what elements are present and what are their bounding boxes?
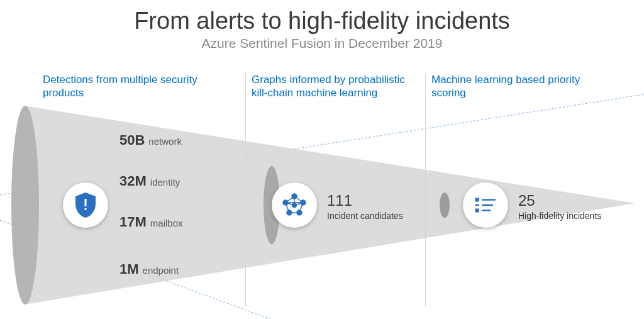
page-subtitle: Azure Sentinel Fusion in December 2019 [0, 36, 644, 51]
metric-row: 1M endpoint [119, 261, 179, 277]
column-separator [245, 73, 246, 307]
svg-rect-25 [475, 209, 479, 212]
metric-row: 17M mailbox [119, 214, 182, 230]
svg-point-15 [292, 194, 297, 199]
list-circle [463, 182, 508, 228]
column-heading-detections: Detections from multiple security produc… [43, 73, 206, 99]
svg-point-3 [440, 193, 450, 218]
priority-list-icon [473, 196, 498, 215]
svg-point-19 [297, 210, 302, 215]
metric-row: 32M identity [119, 173, 180, 189]
metric-value: 17M [119, 214, 147, 230]
stage2-metric: 111 Incident candidates [327, 192, 403, 221]
svg-rect-21 [475, 198, 479, 201]
svg-point-18 [287, 210, 292, 215]
metric-value: 32M [119, 173, 147, 189]
column-separator [425, 73, 426, 307]
svg-rect-5 [85, 208, 87, 210]
stage3-metric: 25 High-fidelity incidents [518, 192, 601, 221]
graph-circle [272, 182, 317, 228]
svg-point-16 [283, 200, 288, 205]
svg-point-17 [301, 200, 306, 205]
metric-label: mailbox [150, 218, 183, 228]
stage2-value: 111 [327, 192, 403, 210]
svg-rect-4 [85, 199, 87, 206]
metric-row: 50B network [119, 132, 182, 148]
metric-label: network [148, 136, 182, 147]
metric-label: identity [150, 177, 180, 187]
graph-icon [280, 191, 308, 219]
column-heading-scoring: Machine learning based priority scoring [431, 73, 582, 99]
metric-value: 50B [119, 132, 145, 148]
page-title: From alerts to high-fidelity incidents [0, 8, 644, 35]
metric-value: 1M [119, 261, 139, 277]
svg-point-20 [292, 203, 297, 208]
stage2-label: Incident candidates [327, 211, 403, 221]
column-heading-graphs: Graphs informed by probabilistic kill-ch… [252, 73, 415, 99]
metric-label: endpoint [143, 265, 179, 276]
shield-circle [63, 182, 108, 228]
shield-icon [73, 191, 98, 219]
svg-point-1 [11, 106, 39, 305]
stage3-label: High-fidelity incidents [518, 211, 601, 221]
stage3-value: 25 [518, 192, 601, 210]
